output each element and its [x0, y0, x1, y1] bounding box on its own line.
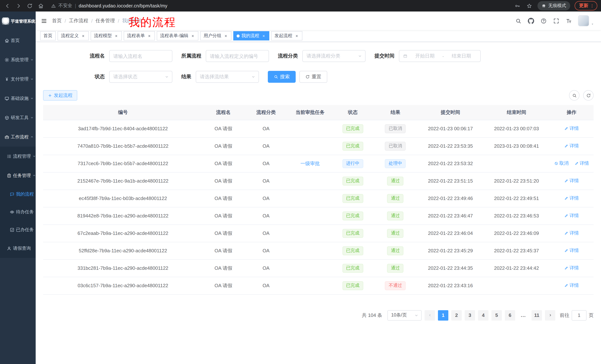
cell-actions: 详情 [550, 207, 594, 224]
sidebar-menu-item[interactable]: 流程管理 [0, 147, 36, 166]
breadcrumb-item[interactable]: 首页 / [52, 18, 69, 24]
close-tab-icon[interactable] [114, 33, 119, 38]
close-tab-icon[interactable] [80, 33, 85, 38]
create-process-button[interactable]: 发起流程 [43, 90, 77, 101]
sidebar-menu-item[interactable]: 研发工具 [0, 108, 36, 127]
detail-button[interactable]: 详情 [564, 248, 579, 254]
tab[interactable]: 流程表单-编辑 [157, 31, 198, 40]
browser-forward-icon[interactable] [15, 2, 22, 10]
detail-button[interactable]: 详情 [564, 265, 579, 271]
close-tab-icon[interactable] [261, 33, 266, 38]
reset-button[interactable]: 重置 [299, 71, 327, 83]
detail-button[interactable]: 详情 [564, 213, 579, 219]
password-key-icon[interactable] [514, 2, 521, 10]
breadcrumb-item[interactable]: 我的流程 / [122, 18, 141, 24]
search-icon [274, 75, 278, 79]
page-number-button[interactable]: 2 [451, 310, 462, 320]
browser-back-icon[interactable] [4, 2, 11, 10]
cell-end-time [483, 277, 550, 294]
category-select[interactable]: 请选择流程分类 [302, 50, 366, 62]
detail-button[interactable]: 详情 [564, 125, 579, 132]
browser-home-icon[interactable] [37, 2, 45, 10]
tab[interactable]: 首页 [40, 31, 56, 40]
search-icon[interactable] [515, 18, 521, 24]
result-tag: 通过 [387, 264, 404, 273]
breadcrumb-item[interactable]: 工作流程 / [69, 18, 95, 24]
goto-page-input[interactable] [572, 310, 587, 320]
sidebar-menu-item[interactable]: 待办任务 [0, 203, 36, 221]
github-icon[interactable] [527, 18, 534, 24]
page-number-button[interactable]: 4 [478, 310, 489, 320]
browser-menu-dots-icon[interactable] [590, 3, 594, 8]
cancel-button[interactable]: 取消 [554, 160, 569, 167]
page-number-button[interactable]: 6 [505, 310, 515, 320]
prev-page-button[interactable] [425, 310, 435, 320]
process-name-input[interactable] [109, 50, 172, 62]
cell-submit-time: 2022-01-22 23:46:04 [417, 224, 483, 242]
browser-reload-icon[interactable] [26, 2, 33, 10]
app-logo[interactable]: 芋道管理系统 [0, 11, 36, 31]
fullscreen-icon[interactable] [553, 18, 559, 24]
page-number-button[interactable]: ... [518, 310, 529, 320]
sidebar-item-label: 工作流程 [11, 134, 29, 140]
current-task-link[interactable]: 一级审批 [300, 161, 320, 166]
next-page-button[interactable] [545, 310, 555, 320]
result-tag: 处理中 [385, 159, 406, 168]
close-tab-icon[interactable] [294, 33, 299, 38]
end-date-placeholder[interactable]: 结束日期 [446, 53, 477, 59]
result-select[interactable]: 请选择流结果 [196, 71, 259, 83]
detail-button[interactable]: 详情 [574, 160, 589, 167]
breadcrumb-item[interactable]: 任务管理 / [96, 18, 122, 24]
hamburger-icon[interactable] [36, 11, 52, 30]
process-definition-input[interactable] [206, 50, 269, 62]
address-bar[interactable]: 不安全 | dashboard.yudao.iocoder.cn/bpm/tas… [51, 3, 510, 9]
sidebar-menu-item[interactable]: 系统管理 [0, 50, 36, 69]
sidebar-menu-item[interactable]: 已办任务 [0, 221, 36, 239]
page-size-select[interactable]: 10条/页 [387, 310, 421, 320]
status-tag: 已完成 [342, 229, 363, 238]
sidebar-menu-item[interactable]: 工作流程 [0, 127, 36, 147]
chevron-down-icon [165, 75, 169, 79]
sidebar-item-label: 系统管理 [11, 57, 29, 63]
sidebar-menu-item[interactable]: 任务管理 [0, 166, 36, 185]
detail-button[interactable]: 详情 [564, 178, 579, 184]
tab[interactable]: 流程表单 [124, 31, 155, 40]
tab[interactable]: 我的流程 [233, 31, 269, 40]
tab[interactable]: 发起流程 [271, 31, 302, 40]
bookmark-star-icon[interactable] [526, 2, 533, 10]
update-button[interactable]: 更新 [575, 1, 597, 10]
status-select[interactable]: 请选择状态 [109, 71, 172, 83]
user-avatar-dropdown[interactable] [578, 15, 594, 26]
close-tab-icon[interactable] [223, 33, 228, 38]
sidebar-menu-item[interactable]: 基础设施 [0, 89, 36, 108]
docs-question-icon[interactable] [540, 18, 547, 24]
tab[interactable]: 流程定义 [58, 31, 89, 40]
close-tab-icon[interactable] [190, 33, 195, 38]
table-row: 7470a810-7b9b-11ec-b5b7-acde48001122 OA … [43, 137, 594, 155]
submit-time-range-picker[interactable]: 开始日期 - 结束日期 [399, 50, 481, 62]
tab[interactable]: 用户分组 [200, 31, 231, 40]
toggle-search-icon[interactable] [569, 90, 580, 101]
sidebar-menu-item[interactable]: 我的流程 [0, 185, 36, 203]
sidebar-menu-item[interactable]: 支付管理 [0, 69, 36, 89]
sidebar-menu-item[interactable]: 首页 [0, 31, 36, 50]
detail-button[interactable]: 详情 [564, 143, 579, 149]
table-row: 3ad174fb-7b9d-11ec-8404-acde48001122 OA … [43, 120, 594, 137]
search-button[interactable]: 搜索 [268, 71, 296, 83]
page-number-button[interactable]: 3 [465, 310, 475, 320]
tab[interactable]: 流程模型 [91, 31, 122, 40]
page-number-button[interactable]: 5 [491, 310, 502, 320]
page-number-button[interactable]: 11 [531, 310, 542, 320]
font-size-icon[interactable] [565, 18, 572, 24]
start-date-placeholder[interactable]: 开始日期 [410, 53, 440, 59]
edit-icon [564, 231, 568, 235]
yen-icon [4, 77, 9, 81]
detail-button[interactable]: 详情 [564, 230, 579, 236]
detail-button[interactable]: 详情 [564, 195, 579, 201]
sidebar-menu-item[interactable]: 请假查询 [0, 239, 36, 258]
refresh-table-icon[interactable] [583, 90, 594, 101]
close-tab-icon[interactable] [147, 33, 151, 38]
page-number-button[interactable]: 1 [438, 310, 448, 320]
detail-button[interactable]: 详情 [564, 282, 579, 289]
sidebar-item-label: 待办任务 [16, 209, 34, 215]
